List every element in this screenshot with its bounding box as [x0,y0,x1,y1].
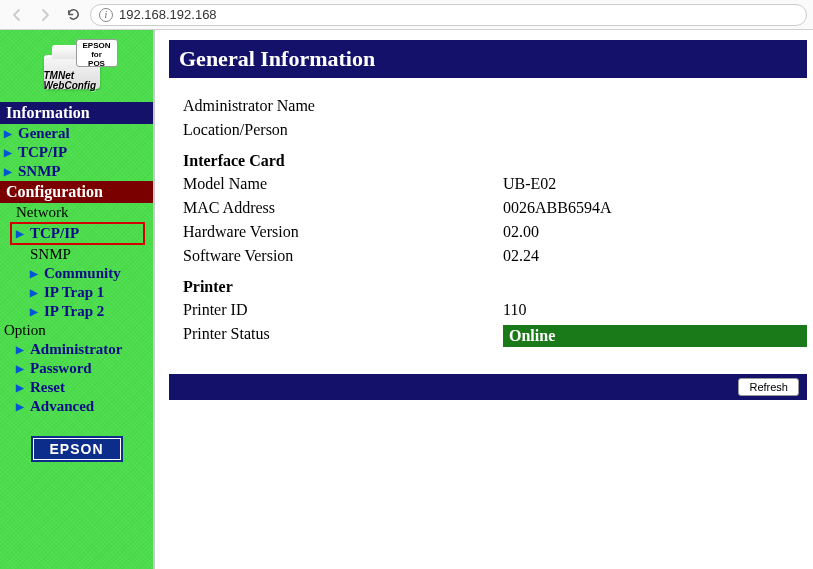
interface-card-header: Interface Card [169,142,807,172]
refresh-button[interactable]: Refresh [738,378,799,396]
nav-tcpip-info[interactable]: ▶TCP/IP [0,143,153,162]
nav-general[interactable]: ▶General [0,124,153,143]
printer-header: Printer [169,268,807,298]
printer-graphic: EPSON for POS TMNet WebConfig [42,41,112,91]
printer-status-value: Online [503,325,807,347]
location-value [503,121,807,139]
sw-label: Software Version [183,247,503,265]
sidebar: EPSON for POS TMNet WebConfig Informatio… [0,30,155,569]
mac-value: 0026ABB6594A [503,199,807,217]
hw-label: Hardware Version [183,223,503,241]
model-label: Model Name [183,175,503,193]
back-button[interactable] [6,4,28,26]
triangle-icon: ▶ [16,363,24,374]
printer-id-row: Printer ID 110 [183,298,807,322]
triangle-icon: ▶ [16,228,24,239]
page-title: General Information [169,40,807,78]
reload-icon [66,7,81,22]
footer-bar: Refresh [169,374,807,400]
reload-button[interactable] [62,4,84,26]
mac-row: MAC Address 0026ABB6594A [183,196,807,220]
nav-reset[interactable]: ▶Reset [0,378,153,397]
model-row: Model Name UB-E02 [183,172,807,196]
arrow-left-icon [9,7,25,23]
hw-value: 02.00 [503,223,807,241]
browser-toolbar: i 192.168.192.168 [0,0,813,30]
sw-value: 02.24 [503,247,807,265]
information-header: Information [0,102,153,124]
triangle-icon: ▶ [16,382,24,393]
nav-snmp-info[interactable]: ▶SNMP [0,162,153,181]
nav-administrator[interactable]: ▶Administrator [0,340,153,359]
triangle-icon: ▶ [30,287,38,298]
triangle-icon: ▶ [4,147,12,158]
tmnet-webconfig-label: TMNet WebConfig [44,71,97,91]
url-text: 192.168.192.168 [119,7,217,22]
mac-label: MAC Address [183,199,503,217]
address-bar[interactable]: i 192.168.192.168 [90,4,807,26]
hw-row: Hardware Version 02.00 [183,220,807,244]
location-row: Location/Person [183,118,807,142]
location-label: Location/Person [183,121,503,139]
info-icon: i [99,8,113,22]
admin-name-value [503,97,807,115]
printer-id-value: 110 [503,301,807,319]
nav-snmp-label: SNMP [0,245,153,264]
admin-name-label: Administrator Name [183,97,503,115]
sw-row: Software Version 02.24 [183,244,807,268]
printer-id-label: Printer ID [183,301,503,319]
triangle-icon: ▶ [16,401,24,412]
main-content: General Information Administrator Name L… [155,30,813,569]
triangle-icon: ▶ [30,268,38,279]
triangle-icon: ▶ [16,344,24,355]
nav-password[interactable]: ▶Password [0,359,153,378]
model-value: UB-E02 [503,175,807,193]
printer-status-row: Printer Status Online [183,322,807,350]
nav-ip-trap-2[interactable]: ▶IP Trap 2 [0,302,153,321]
epson-pos-badge: EPSON for POS [76,39,118,67]
nav-community[interactable]: ▶Community [0,264,153,283]
printer-status-label: Printer Status [183,325,503,347]
triangle-icon: ▶ [4,166,12,177]
nav-advanced[interactable]: ▶Advanced [0,397,153,416]
forward-button[interactable] [34,4,56,26]
admin-name-row: Administrator Name [183,94,807,118]
nav-tcpip-config[interactable]: ▶TCP/IP [10,222,145,245]
epson-brand-logo: EPSON [31,436,123,462]
nav-network-label: Network [0,203,153,222]
configuration-header: Configuration [0,181,153,203]
sidebar-logo: EPSON for POS TMNet WebConfig [0,30,153,102]
arrow-right-icon [37,7,53,23]
nav-ip-trap-1[interactable]: ▶IP Trap 1 [0,283,153,302]
triangle-icon: ▶ [30,306,38,317]
nav-option-label: Option [0,321,153,340]
triangle-icon: ▶ [4,128,12,139]
